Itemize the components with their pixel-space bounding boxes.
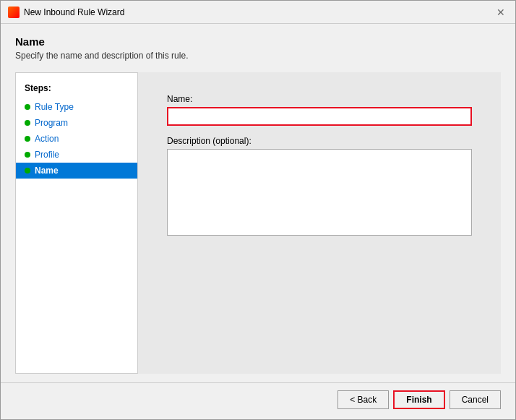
page-title: Name <box>15 35 501 48</box>
step-dot-name <box>25 168 30 173</box>
footer: < Back Finish Cancel <box>1 382 515 419</box>
page-header: Name Specify the name and description of… <box>15 35 501 69</box>
page-subtitle: Specify the name and description of this… <box>15 51 501 61</box>
description-input[interactable] <box>167 149 472 236</box>
step-label-rule-type: Rule Type <box>35 102 74 112</box>
content-area: Name Specify the name and description of… <box>1 24 515 382</box>
step-label-name: Name <box>35 166 59 176</box>
title-bar-left: New Inbound Rule Wizard <box>8 7 124 18</box>
description-label: Description (optional): <box>167 136 472 146</box>
step-program: Program <box>16 115 137 131</box>
step-rule-type: Rule Type <box>16 99 137 115</box>
name-input[interactable] <box>167 107 472 126</box>
title-bar: New Inbound Rule Wizard ✕ <box>1 1 515 24</box>
steps-label: Steps: <box>16 80 137 99</box>
finish-button[interactable]: Finish <box>393 390 444 409</box>
main-area: Steps: Rule Type Program Action Profile <box>15 72 501 374</box>
steps-panel: Steps: Rule Type Program Action Profile <box>15 72 138 374</box>
step-dot-profile <box>25 152 30 158</box>
name-group: Name: <box>167 94 472 126</box>
step-label-profile: Profile <box>35 150 59 160</box>
step-label-action: Action <box>35 134 59 144</box>
name-label: Name: <box>167 94 472 104</box>
back-button[interactable]: < Back <box>337 390 389 409</box>
step-name: Name <box>16 163 137 179</box>
step-dot-rule-type <box>25 104 30 110</box>
step-dot-action <box>25 136 30 142</box>
cancel-button[interactable]: Cancel <box>450 390 501 409</box>
step-profile: Profile <box>16 147 137 163</box>
step-label-program: Program <box>35 118 68 128</box>
wizard-window: New Inbound Rule Wizard ✕ Name Specify t… <box>0 0 516 420</box>
app-icon <box>8 7 20 18</box>
window-title: New Inbound Rule Wizard <box>24 7 124 17</box>
form-panel: Name: Description (optional): <box>138 72 501 374</box>
step-dot-program <box>25 120 30 126</box>
step-action: Action <box>16 131 137 147</box>
description-group: Description (optional): <box>167 136 472 236</box>
close-button[interactable]: ✕ <box>494 5 508 20</box>
